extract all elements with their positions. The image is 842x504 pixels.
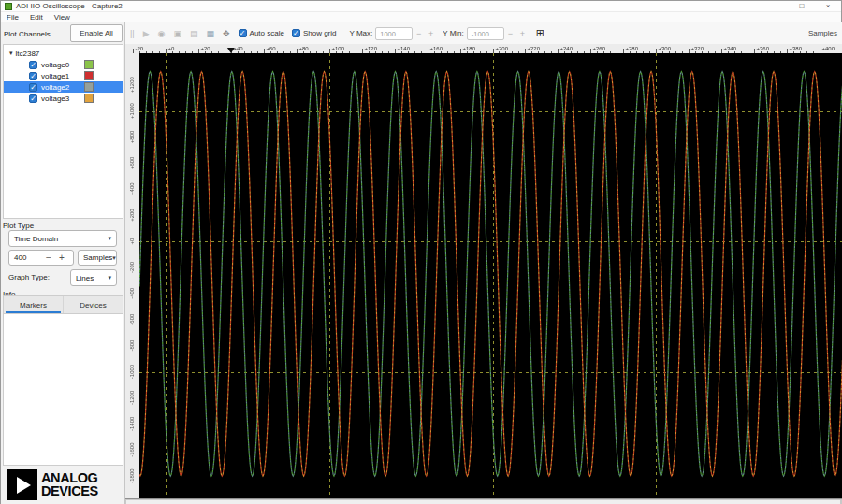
- close-button[interactable]: ×: [815, 1, 841, 11]
- y-min-increment[interactable]: +: [516, 29, 529, 38]
- expander-icon[interactable]: ▾: [9, 50, 13, 57]
- minimize-button[interactable]: –: [762, 1, 789, 11]
- plot-type-value: Time Domain: [14, 235, 58, 243]
- channel-name: voltage3: [41, 94, 69, 103]
- graph-type-label: Graph Type:: [8, 273, 50, 281]
- channel-name: voltage1: [41, 72, 69, 80]
- tab-devices[interactable]: Devices: [63, 296, 123, 313]
- analog-devices-logo: ANALOG DEVICES: [7, 469, 98, 500]
- plot-region: ||▶◉▣▤▦✥ ✓ Auto scale ✓ Show grid Y Max:…: [125, 22, 842, 504]
- sample-unit-value: Samples: [83, 253, 112, 262]
- save-plot-icon[interactable]: ▤: [190, 29, 198, 38]
- app-icon: [5, 3, 12, 10]
- graph-type-value: Lines: [76, 274, 94, 282]
- channel-row-voltage0[interactable]: ✓voltage0: [4, 59, 123, 70]
- plot-type-label: Plot Type: [3, 222, 34, 230]
- channel-checkbox[interactable]: ✓: [29, 61, 37, 69]
- pause-icon[interactable]: ||: [130, 29, 135, 38]
- channel-name: voltage0: [41, 61, 69, 69]
- sample-count-value: 400: [14, 253, 26, 262]
- title-bar: ADI IIO Oscilloscope - Capture2 – □ ×: [1, 1, 841, 12]
- sample-count-increment[interactable]: +: [55, 252, 68, 263]
- checkbox-check-icon: ✓: [292, 29, 300, 37]
- channel-checkbox[interactable]: ✓: [29, 94, 37, 103]
- channel-color-swatch[interactable]: [84, 60, 94, 69]
- menu-edit[interactable]: Edit: [24, 13, 49, 22]
- show-grid-label: Show grid: [303, 29, 337, 37]
- play-icon[interactable]: ▶: [143, 29, 150, 38]
- channel-checkbox[interactable]: ✓: [29, 72, 37, 80]
- horizontal-scrollbar[interactable]: [125, 498, 842, 504]
- info-panel: [3, 313, 123, 466]
- menu-file[interactable]: File: [1, 13, 24, 22]
- logo-line2: DEVICES: [41, 485, 98, 498]
- channel-color-swatch[interactable]: [84, 71, 94, 80]
- auto-scale-checkbox[interactable]: ✓ Auto scale: [239, 29, 284, 37]
- window-title: ADI IIO Oscilloscope - Capture2: [16, 2, 123, 10]
- sample-count-decrement[interactable]: −: [42, 252, 55, 263]
- screenshot-icon[interactable]: ▣: [173, 29, 181, 38]
- show-grid-checkbox[interactable]: ✓ Show grid: [292, 29, 337, 37]
- channel-row-voltage3[interactable]: ✓voltage3: [4, 93, 123, 104]
- chevron-down-icon: ▾: [108, 274, 111, 281]
- enable-all-button[interactable]: Enable All: [70, 24, 123, 42]
- sample-count-stepper[interactable]: 400 − +: [8, 250, 74, 266]
- device-row[interactable]: ▾ltc2387: [4, 48, 123, 59]
- plot-toolbar: ||▶◉▣▤▦✥ ✓ Auto scale ✓ Show grid Y Max:…: [125, 22, 842, 44]
- y-min-input[interactable]: -1000: [467, 27, 504, 40]
- checkbox-check-icon: ✓: [239, 29, 247, 37]
- channel-tree: ▾ltc2387✓voltage0✓voltage1✓voltage2✓volt…: [3, 44, 123, 219]
- y-max-increment[interactable]: +: [425, 29, 437, 38]
- plot-channels-label: Plot Channels: [4, 30, 51, 38]
- device-name: ltc2387: [16, 50, 40, 58]
- sidebar: Plot Channels Enable All ▾ltc2387✓voltag…: [1, 22, 125, 504]
- new-window-icon[interactable]: ⊞: [536, 27, 544, 39]
- samples-axis-label: Samples: [808, 29, 837, 37]
- graph-type-dropdown[interactable]: Lines ▾: [70, 269, 117, 286]
- y-min-decrement[interactable]: −: [504, 29, 516, 38]
- horizontal-scrollbar-thumb[interactable]: [126, 500, 840, 504]
- y-max-label: Y Max:: [350, 29, 373, 37]
- channel-name: voltage2: [41, 83, 69, 92]
- y-max-input[interactable]: 1000: [375, 27, 413, 40]
- channel-color-swatch[interactable]: [84, 82, 94, 92]
- channel-checkbox[interactable]: ✓: [29, 83, 37, 92]
- menu-view[interactable]: View: [49, 13, 76, 22]
- sample-unit-dropdown[interactable]: Samples ▾: [78, 250, 117, 266]
- move-icon[interactable]: ✥: [223, 29, 230, 38]
- info-tabs: Markers Devices: [3, 295, 123, 313]
- chevron-down-icon: ▾: [108, 235, 111, 242]
- app-window: ADI IIO Oscilloscope - Capture2 – □ × Fi…: [0, 0, 842, 504]
- adi-logo-icon: [7, 469, 37, 500]
- chevron-down-icon: ▾: [112, 254, 116, 262]
- auto-scale-label: Auto scale: [250, 29, 284, 37]
- device-icon[interactable]: ▦: [207, 29, 215, 38]
- capture-plot-canvas[interactable]: [125, 44, 842, 498]
- channel-color-swatch[interactable]: [84, 94, 94, 103]
- channel-row-voltage1[interactable]: ✓voltage1: [4, 70, 123, 81]
- maximize-button[interactable]: □: [789, 1, 815, 11]
- menubar: FileEditView: [1, 12, 841, 22]
- channel-row-voltage2[interactable]: ✓voltage2: [4, 81, 123, 93]
- capture-icon[interactable]: ◉: [158, 29, 166, 38]
- y-min-label: Y Min:: [443, 29, 464, 37]
- tab-markers[interactable]: Markers: [4, 296, 63, 313]
- y-max-decrement[interactable]: −: [413, 29, 425, 38]
- plot-type-dropdown[interactable]: Time Domain ▾: [8, 230, 117, 247]
